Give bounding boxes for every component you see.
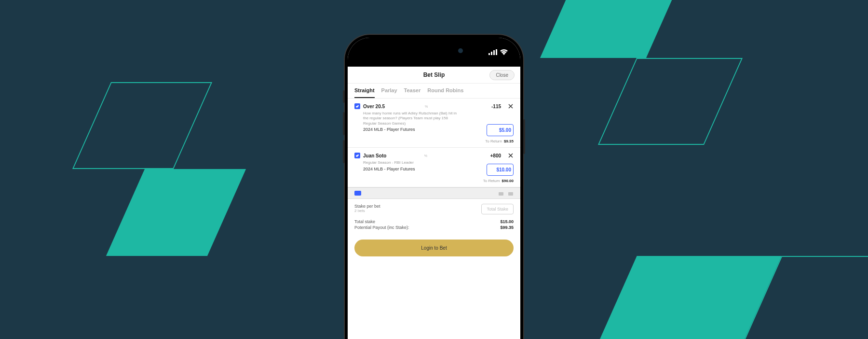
tab-straight[interactable]: Straight bbox=[354, 87, 375, 98]
summary: Stake per bet 2 bets Total Stake Total s… bbox=[348, 199, 520, 235]
bet-count: 2 bets bbox=[354, 209, 380, 213]
bet-sub: % bbox=[425, 105, 428, 108]
page-title: Bet Slip bbox=[423, 71, 445, 78]
tabs: Straight Parlay Teaser Round Robins bbox=[348, 84, 520, 99]
cellular-icon bbox=[488, 49, 497, 55]
strip-indicator-icon bbox=[354, 191, 361, 196]
return-label: To Return bbox=[483, 179, 500, 183]
tab-round-robins[interactable]: Round Robins bbox=[427, 87, 463, 98]
stake-per-bet-label: Stake per bet bbox=[354, 204, 380, 209]
svg-rect-4 bbox=[499, 192, 503, 196]
remove-bet-icon[interactable] bbox=[508, 153, 514, 158]
tab-teaser[interactable]: Teaser bbox=[404, 87, 421, 98]
bet-odds: -115 bbox=[491, 104, 501, 109]
return-value: $90.00 bbox=[502, 179, 514, 183]
bet-title: Juan Soto bbox=[363, 153, 420, 158]
svg-rect-2 bbox=[493, 50, 495, 55]
remove-bet-icon[interactable] bbox=[508, 103, 514, 109]
return-label: To Return bbox=[485, 139, 502, 143]
stake-input[interactable]: $10.00 bbox=[487, 164, 514, 176]
return-value: $9.35 bbox=[504, 139, 514, 143]
close-button[interactable]: Close bbox=[489, 70, 515, 80]
total-stake-label: Total stake bbox=[354, 219, 375, 224]
checkbox-icon[interactable] bbox=[354, 153, 360, 158]
bet-title: Over 20.5 bbox=[363, 104, 421, 109]
phone-frame: Bet Slip Close Straight Parlay Teaser Ro… bbox=[345, 35, 523, 339]
payout-label: Potential Payout (inc Stake): bbox=[354, 225, 409, 230]
bet-odds: +800 bbox=[490, 153, 501, 158]
promo-icon[interactable] bbox=[508, 190, 514, 196]
total-stake-value: $15.00 bbox=[500, 219, 514, 224]
header: Bet Slip Close bbox=[348, 67, 520, 84]
checkbox-icon[interactable] bbox=[354, 103, 360, 109]
wifi-icon bbox=[500, 49, 508, 55]
stake-input[interactable]: $5.00 bbox=[487, 124, 514, 136]
login-button[interactable]: Login to Bet bbox=[354, 240, 514, 256]
svg-rect-3 bbox=[496, 49, 497, 55]
svg-rect-1 bbox=[491, 52, 492, 55]
bet-item: Juan Soto % +800 Regular Season - RBI Le… bbox=[348, 148, 520, 187]
payout-value: $99.35 bbox=[500, 225, 514, 230]
svg-rect-5 bbox=[508, 192, 513, 196]
bet-item: Over 20.5 % -115 How many home runs will… bbox=[348, 99, 520, 148]
gift-icon[interactable] bbox=[498, 190, 504, 196]
svg-rect-0 bbox=[488, 53, 490, 55]
tab-parlay[interactable]: Parlay bbox=[381, 87, 397, 98]
total-stake-button[interactable]: Total Stake bbox=[481, 204, 514, 214]
keypad-strip bbox=[348, 187, 520, 199]
bet-sub: % bbox=[424, 154, 427, 157]
phone-screen: Bet Slip Close Straight Parlay Teaser Ro… bbox=[348, 38, 520, 339]
